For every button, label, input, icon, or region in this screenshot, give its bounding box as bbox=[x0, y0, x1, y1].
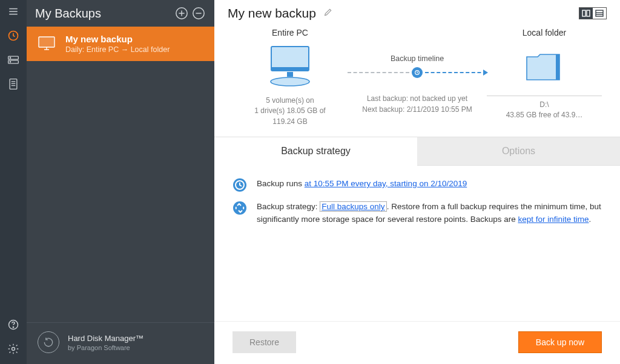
source-info: 5 volume(s) on 1 drive(s) 18.05 GB of 11… bbox=[232, 96, 348, 127]
view-toggle bbox=[579, 7, 607, 19]
monitor-icon bbox=[36, 36, 57, 53]
add-backup-button[interactable] bbox=[174, 6, 189, 21]
svg-rect-33 bbox=[556, 54, 559, 80]
svg-rect-24 bbox=[587, 10, 590, 16]
svg-point-13 bbox=[13, 327, 13, 328]
timeline-label: Backup timeline bbox=[391, 54, 444, 63]
svg-point-6 bbox=[10, 57, 10, 58]
main-panel: My new backup Entire PC bbox=[214, 0, 620, 364]
schedule-link[interactable]: at 10:55 PM every day, starting on 2/10/… bbox=[305, 179, 467, 188]
clock-icon[interactable] bbox=[7, 29, 20, 42]
remove-backup-button[interactable] bbox=[191, 6, 206, 21]
help-icon[interactable] bbox=[7, 318, 20, 331]
method-row: Backup strategy: Full backups only. Rest… bbox=[232, 201, 602, 226]
main-header: My new backup bbox=[214, 0, 620, 24]
view-list-button[interactable] bbox=[593, 8, 606, 19]
svg-point-14 bbox=[12, 348, 15, 351]
backup-diagram: Entire PC 5 volume(s) on 1 drive(s) 18.0… bbox=[214, 24, 620, 137]
main-footer: Restore Back up now bbox=[214, 321, 620, 364]
view-card-button[interactable] bbox=[579, 8, 593, 19]
clock-badge-icon bbox=[232, 178, 247, 192]
timeline-info: Last backup: not backed up yet Next back… bbox=[362, 93, 472, 115]
job-title: My new backup bbox=[65, 34, 170, 44]
folder-icon bbox=[487, 42, 602, 91]
icon-rail bbox=[0, 0, 27, 364]
svg-point-36 bbox=[233, 201, 246, 215]
recycle-badge-icon bbox=[232, 201, 247, 215]
svg-rect-8 bbox=[10, 79, 17, 89]
timeline-line[interactable] bbox=[348, 67, 487, 79]
tabs: Backup strategy Options bbox=[214, 137, 620, 166]
timeline-column: Backup timeline Last backup: not backed … bbox=[348, 28, 487, 127]
strategy-panel: Backup runs at 10:55 PM every day, start… bbox=[214, 166, 620, 321]
svg-rect-29 bbox=[271, 67, 309, 71]
sidebar-footer: Hard Disk Manager™ by Paragon Software bbox=[27, 322, 214, 364]
method-text: Backup strategy: Full backups only. Rest… bbox=[257, 201, 602, 226]
pc-icon bbox=[232, 42, 348, 91]
product-logo-icon bbox=[38, 331, 59, 353]
menu-icon[interactable] bbox=[7, 5, 20, 18]
restore-button[interactable]: Restore bbox=[232, 331, 296, 353]
destination-column[interactable]: Local folder D:\ 43.85 GB free of 43.9… bbox=[487, 28, 602, 127]
svg-rect-30 bbox=[287, 72, 293, 77]
document-icon[interactable] bbox=[7, 77, 20, 91]
destination-label: Local folder bbox=[487, 28, 602, 37]
svg-rect-25 bbox=[596, 10, 603, 16]
svg-rect-23 bbox=[582, 10, 585, 16]
retention-link[interactable]: kept for infinite time bbox=[518, 215, 589, 224]
source-column[interactable]: Entire PC 5 volume(s) on 1 drive(s) 18.0… bbox=[232, 28, 348, 127]
product-name: Hard Disk Manager™ bbox=[68, 334, 143, 343]
backup-now-button[interactable]: Back up now bbox=[518, 331, 602, 353]
timeline-dot-icon bbox=[412, 67, 423, 78]
source-label: Entire PC bbox=[232, 28, 348, 37]
schedule-text: Backup runs at 10:55 PM every day, start… bbox=[257, 178, 467, 190]
svg-point-31 bbox=[271, 77, 309, 86]
svg-rect-20 bbox=[39, 37, 54, 47]
edit-title-icon[interactable] bbox=[323, 7, 333, 19]
sidebar: My Backups My new backup Daily: Entire P… bbox=[27, 0, 214, 364]
page-title: My new backup bbox=[228, 6, 316, 21]
tab-options[interactable]: Options bbox=[417, 137, 620, 166]
tab-backup-strategy[interactable]: Backup strategy bbox=[214, 137, 417, 166]
destination-info: D:\ 43.85 GB free of 43.9… bbox=[487, 96, 602, 121]
sidebar-title: My Backups bbox=[35, 7, 172, 21]
sidebar-header: My Backups bbox=[27, 0, 214, 27]
drive-icon[interactable] bbox=[7, 53, 20, 67]
job-subtitle: Daily: Entire PC → Local folder bbox=[65, 45, 170, 54]
gear-icon[interactable] bbox=[7, 342, 20, 356]
backup-job-item[interactable]: My new backup Daily: Entire PC → Local f… bbox=[27, 27, 214, 61]
vendor-name: by Paragon Software bbox=[68, 344, 143, 351]
method-link[interactable]: Full backups only bbox=[320, 201, 386, 212]
svg-point-7 bbox=[10, 62, 10, 62]
schedule-row: Backup runs at 10:55 PM every day, start… bbox=[232, 178, 602, 192]
